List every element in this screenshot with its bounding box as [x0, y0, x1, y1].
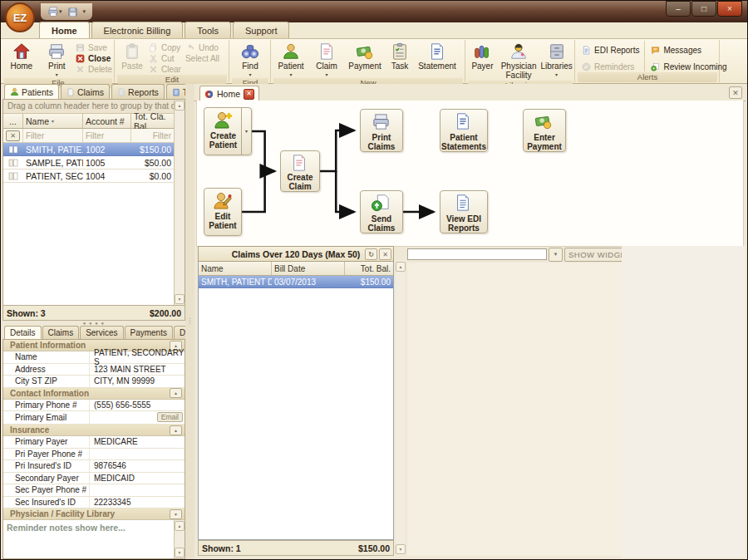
- patients-icon: [10, 87, 19, 96]
- window-controls: – □ ×: [666, 1, 742, 17]
- tab-support[interactable]: Support: [233, 22, 290, 38]
- column-balance[interactable]: Tot. Cla. Bal.: [131, 114, 174, 128]
- detail-value[interactable]: MEDICAID: [90, 473, 185, 484]
- collapse-icon[interactable]: ▲: [170, 425, 182, 435]
- detail-value[interactable]: CITY, MN 99999: [90, 376, 185, 387]
- tab-electronic-billing[interactable]: Electronic Billing: [91, 22, 184, 38]
- libraries-button[interactable]: Libraries ▾: [540, 41, 573, 77]
- collapse-icon[interactable]: ▲: [170, 388, 182, 398]
- email-button[interactable]: Email: [157, 412, 183, 422]
- find-button[interactable]: Find ▾: [233, 41, 268, 77]
- edi-reports-button[interactable]: EDI Reports: [581, 45, 639, 55]
- maximize-button[interactable]: □: [691, 1, 716, 17]
- chevron-down-icon: ▾: [249, 71, 251, 77]
- scroll-down-icon[interactable]: ▼: [396, 544, 406, 554]
- detail-value[interactable]: (555) 656-5555: [90, 400, 185, 411]
- scroll-up-icon[interactable]: ▲: [175, 101, 185, 111]
- claims-scrollbar[interactable]: ▲ ▼: [396, 260, 406, 556]
- close-button[interactable]: ×: [717, 1, 742, 17]
- tab-payments[interactable]: Payments: [125, 326, 173, 339]
- widget-select-input[interactable]: [407, 248, 547, 260]
- expand-icon[interactable]: ▼: [170, 509, 182, 519]
- filter-balance-input[interactable]: Filter: [131, 129, 174, 142]
- scroll-up-icon[interactable]: ▲: [396, 262, 406, 272]
- messages-button[interactable]: Messages: [650, 45, 726, 55]
- tab-home[interactable]: Home: [39, 22, 90, 38]
- filter-account-input[interactable]: Filter: [83, 129, 131, 142]
- detail-value[interactable]: [90, 449, 185, 460]
- customize-toolbar-button[interactable]: ▾: [81, 5, 88, 18]
- payer-button[interactable]: Payer: [468, 41, 497, 71]
- new-payment-button[interactable]: Payment: [345, 41, 385, 71]
- refresh-icon[interactable]: ↻: [365, 248, 377, 260]
- chevron-down-icon[interactable]: ▾: [241, 108, 251, 155]
- close-pane-button[interactable]: ✕: [729, 86, 742, 99]
- tab-claims[interactable]: Claims: [61, 84, 110, 99]
- tab-tools[interactable]: Tools: [185, 22, 231, 38]
- column-bill-date[interactable]: Bill Date: [272, 262, 345, 275]
- column-name[interactable]: Name: [199, 262, 272, 275]
- new-task-button[interactable]: Task: [386, 41, 414, 71]
- close-tab-icon[interactable]: ✕: [244, 89, 254, 100]
- detail-value[interactable]: [90, 484, 185, 496]
- home-button[interactable]: Home: [4, 41, 39, 71]
- detail-value[interactable]: PATIENT, SECONDARY S: [90, 351, 185, 363]
- patient-icon: [281, 42, 301, 61]
- send-claims-button[interactable]: Send Claims: [360, 190, 403, 233]
- column-name[interactable]: Name ▾: [23, 114, 83, 128]
- review-incoming-label: Review Incoming: [663, 62, 726, 71]
- column-account[interactable]: Account #: [83, 114, 131, 128]
- create-patient-button[interactable]: Create Patient ▾: [204, 107, 252, 155]
- scroll-down-icon[interactable]: ▼: [175, 294, 185, 304]
- section-title: Insurance: [10, 425, 49, 435]
- scroll-down-icon[interactable]: ▼: [175, 548, 185, 558]
- enter-payment-button[interactable]: Enter Payment: [523, 109, 566, 152]
- close-window-button[interactable]: Close: [75, 53, 112, 63]
- tab-patients[interactable]: Patients: [4, 84, 59, 99]
- chevron-down-icon: ▾: [59, 8, 62, 15]
- detail-value[interactable]: 9876546: [90, 460, 185, 472]
- minimize-button[interactable]: –: [666, 1, 691, 17]
- patient-balance: $150.00: [131, 143, 174, 155]
- patient-statements-button[interactable]: Patient Statements: [440, 109, 488, 152]
- quick-print-button[interactable]: ▾: [46, 5, 64, 18]
- tab-details[interactable]: Details: [4, 326, 42, 339]
- new-patient-button[interactable]: Patient ▾: [273, 41, 308, 77]
- detail-value[interactable]: MEDICARE: [90, 436, 185, 448]
- tab-detail-claims[interactable]: Claims: [42, 326, 80, 339]
- vertical-splitter[interactable]: ⋯: [185, 84, 194, 559]
- create-claim-button[interactable]: Create Claim: [280, 150, 320, 192]
- view-edi-reports-button[interactable]: View EDI Reports: [440, 190, 488, 233]
- patient-grid-scrollbar[interactable]: ▲ ▼: [174, 100, 185, 305]
- chevron-down-icon[interactable]: ▼: [549, 248, 563, 262]
- patient-row[interactable]: PATIENT, SEC... 1004 $0.00: [3, 169, 174, 183]
- new-statement-button[interactable]: Statement: [415, 41, 460, 71]
- clear-filter-button[interactable]: ✕: [6, 130, 20, 141]
- patient-balance: $50.00: [131, 156, 174, 169]
- tab-services[interactable]: Services: [80, 326, 123, 339]
- section-title: Patient Information: [10, 341, 86, 350]
- scroll-up-icon[interactable]: ▲: [175, 521, 185, 531]
- app-logo[interactable]: EZ: [5, 2, 35, 32]
- patient-row-selected[interactable]: SMITH, PATIE... 1002 $150.00: [3, 143, 174, 156]
- paste-label: Paste: [121, 62, 143, 71]
- column-more[interactable]: ...: [3, 114, 23, 128]
- detail-row: NamePATIENT, SECONDARY S: [3, 351, 185, 364]
- print-claims-button[interactable]: Print Claims: [360, 109, 403, 152]
- column-total-balance[interactable]: Tot. Bal.: [345, 262, 393, 275]
- claim-row-selected[interactable]: SMITH, PATIENT D 03/07/2013 $150.00: [199, 276, 393, 288]
- filter-name-input[interactable]: Filter: [23, 129, 83, 142]
- reminder-scrollbar[interactable]: ▲ ▼: [174, 520, 185, 558]
- tab-reports[interactable]: Reports: [111, 84, 165, 99]
- review-incoming-button[interactable]: Review Incoming: [650, 61, 726, 71]
- detail-value[interactable]: 123 MAIN STREET: [90, 364, 185, 376]
- print-button[interactable]: Print ▾: [40, 41, 75, 77]
- patient-row[interactable]: SAMPLE, PATI... 1005 $50.00: [3, 156, 174, 169]
- close-icon[interactable]: ✕: [379, 248, 391, 260]
- doc-tab-home[interactable]: Home ✕: [199, 86, 259, 101]
- patient-name: PATIENT, SEC...: [23, 169, 83, 182]
- new-claim-button[interactable]: Claim ▾: [309, 41, 344, 77]
- detail-value[interactable]: 22233345: [90, 497, 185, 508]
- edit-patient-button[interactable]: Edit Patient: [204, 188, 242, 236]
- physician-facility-button[interactable]: Physician Facility: [498, 41, 539, 80]
